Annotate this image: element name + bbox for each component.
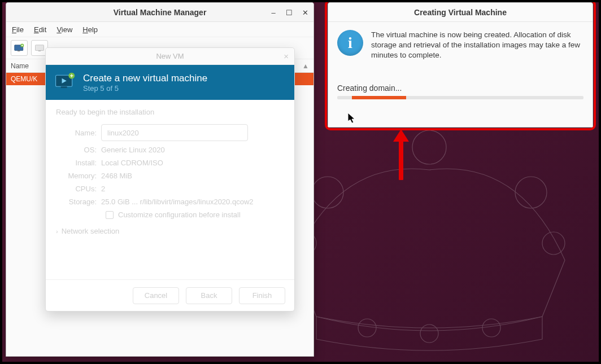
chevron-right-icon: › <box>56 228 58 235</box>
new-vm-dialog: New VM × Create a new virtual machine St… <box>45 47 295 312</box>
svg-rect-9 <box>18 51 20 52</box>
customize-label: Customize configuration before install <box>118 210 241 219</box>
new-vm-banner: Create a new virtual machine Step 5 of 5 <box>46 65 294 100</box>
progress-status: Creating domain... <box>337 84 583 93</box>
svg-rect-15 <box>61 86 67 88</box>
monitor-new-icon <box>14 43 24 52</box>
annotation-arrow <box>390 129 412 180</box>
new-vm-body: Ready to begin the installation Name: OS… <box>46 100 294 241</box>
minimize-button[interactable]: – <box>269 8 277 16</box>
value-cpus: 2 <box>101 185 105 193</box>
label-os: OS: <box>56 146 101 154</box>
progress-message: The virtual machine is now being created… <box>371 30 583 61</box>
desktop-background: Virtual Machine Manager – ☐ ✕ File Edit … <box>2 2 599 362</box>
new-vm-toolbar-button[interactable] <box>11 40 28 56</box>
label-name: Name: <box>56 129 101 137</box>
menu-help[interactable]: Help <box>82 25 98 34</box>
svg-rect-11 <box>36 45 44 51</box>
svg-point-5 <box>358 319 376 337</box>
finish-button[interactable]: Finish <box>239 287 285 304</box>
vm-name-input[interactable] <box>101 124 248 141</box>
progress-body: i The virtual machine is now being creat… <box>328 22 593 105</box>
cancel-button[interactable]: Cancel <box>133 287 179 304</box>
label-cpus: CPUs: <box>56 185 101 193</box>
value-os: Generic Linux 2020 <box>101 146 165 154</box>
progress-window: Creating Virtual Machine i The virtual m… <box>328 2 593 128</box>
menu-edit[interactable]: Edit <box>34 25 46 34</box>
new-vm-close-icon: × <box>284 51 289 61</box>
vmm-titlebar[interactable]: Virtual Machine Manager – ☐ ✕ <box>6 3 313 22</box>
ready-text: Ready to begin the installation <box>56 108 284 116</box>
back-button[interactable]: Back <box>186 287 232 304</box>
new-vm-titlebar: New VM × <box>46 48 294 65</box>
close-button[interactable]: ✕ <box>301 8 309 16</box>
label-storage: Storage: <box>56 198 101 206</box>
customize-checkbox-row[interactable]: Customize configuration before install <box>106 210 284 219</box>
banner-text: Create a new virtual machine Step 5 of 5 <box>83 73 207 93</box>
menu-file[interactable]: File <box>12 25 24 34</box>
value-memory: 2468 MiB <box>101 172 132 180</box>
svg-point-4 <box>542 232 565 255</box>
vmm-menubar: File Edit View Help <box>6 22 313 37</box>
network-selection-expander[interactable]: › Network selection <box>56 227 284 235</box>
svg-rect-12 <box>38 51 41 52</box>
svg-point-7 <box>482 319 500 337</box>
svg-point-2 <box>515 177 547 208</box>
vm-row-label: QEMU/K <box>11 75 37 83</box>
column-name: Name <box>11 62 29 70</box>
svg-point-1 <box>412 130 446 164</box>
label-install: Install: <box>56 159 101 167</box>
vm-wizard-icon <box>54 71 76 94</box>
progress-title: Creating Virtual Machine <box>414 8 507 17</box>
new-vm-title: New VM <box>156 52 184 60</box>
network-selection-label: Network selection <box>62 227 120 235</box>
value-install: Local CDROM/ISO <box>101 159 163 167</box>
progress-bar-fill <box>352 96 406 99</box>
customize-checkbox[interactable] <box>106 211 114 219</box>
banner-step: Step 5 of 5 <box>83 84 207 93</box>
window-controls: – ☐ ✕ <box>269 3 309 22</box>
progress-bar <box>337 96 583 99</box>
label-memory: Memory: <box>56 172 101 180</box>
menu-view[interactable]: View <box>56 25 72 34</box>
value-storage: 25.0 GiB ... r/lib/libvirt/images/linux2… <box>101 198 254 206</box>
svg-point-6 <box>420 324 438 343</box>
new-vm-footer: Cancel Back Finish <box>46 279 294 311</box>
progress-titlebar[interactable]: Creating Virtual Machine <box>328 3 593 22</box>
vmm-title: Virtual Machine Manager <box>114 8 207 17</box>
svg-point-0 <box>312 177 343 208</box>
maximize-button[interactable]: ☐ <box>285 8 293 16</box>
info-icon: i <box>337 30 363 56</box>
banner-heading: Create a new virtual machine <box>83 73 207 84</box>
monitor-icon <box>34 43 45 52</box>
svg-marker-17 <box>393 129 409 142</box>
